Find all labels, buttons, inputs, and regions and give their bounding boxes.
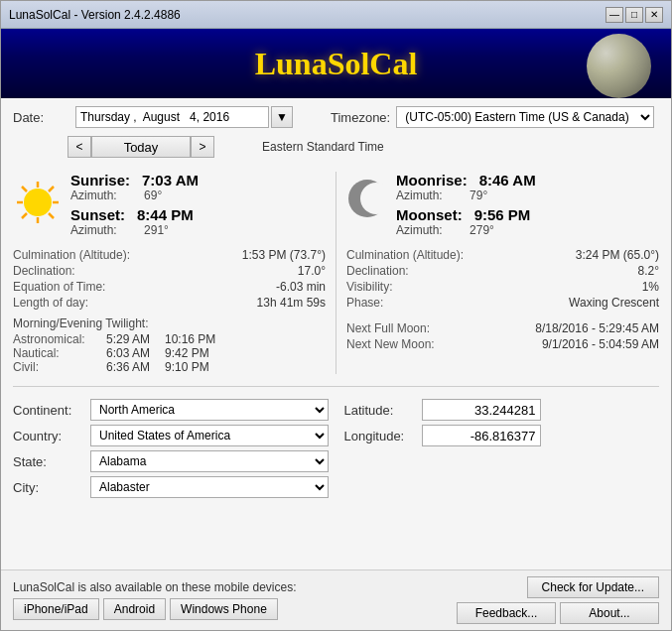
sunset-value: 8:44 PM bbox=[137, 206, 194, 223]
sunrise-azimuth-label: Azimuth: bbox=[70, 189, 117, 202]
date-field[interactable]: Thursday , August 4, 2016 bbox=[75, 106, 269, 128]
close-button[interactable]: ✕ bbox=[645, 7, 663, 23]
next-moons: Next Full Moon: 8/18/2016 - 5:29:45 AM N… bbox=[346, 320, 659, 352]
next-full-value: 8/18/2016 - 5:29:45 AM bbox=[535, 321, 659, 335]
window-title: LunaSolCal - Version 2.4.2.4886 bbox=[9, 8, 181, 22]
state-select[interactable]: Alabama bbox=[90, 450, 329, 472]
nautical-morning: 6:03 AM bbox=[106, 346, 161, 360]
date-display: Thursday , August 4, 2016 bbox=[80, 110, 229, 124]
moonset-azimuth-label: Azimuth: bbox=[396, 223, 443, 237]
culmination-sun-value: 1:53 PM (73.7°) bbox=[242, 248, 326, 262]
sunset-label: Sunset: bbox=[70, 206, 125, 223]
about-button[interactable]: About... bbox=[560, 602, 659, 624]
iphone-button[interactable]: iPhone/iPad bbox=[13, 598, 99, 620]
timezone-select[interactable]: (UTC-05:00) Eastern Time (US & Canada) bbox=[396, 106, 654, 128]
phase-label: Phase: bbox=[346, 296, 383, 310]
svg-line-6 bbox=[49, 213, 54, 218]
nautical-label: Nautical: bbox=[13, 346, 102, 360]
declination-moon-value: 8.2° bbox=[638, 264, 659, 278]
header-banner: LunaSolCal bbox=[1, 29, 671, 98]
next-full-label: Next Full Moon: bbox=[346, 321, 430, 335]
prev-date-button[interactable]: < bbox=[67, 136, 91, 158]
sun-panel: Sunrise: 7:03 AM Azimuth: 69° Sunset: 8:… bbox=[13, 172, 336, 374]
sun-details: Sunrise: 7:03 AM Azimuth: 69° Sunset: 8:… bbox=[70, 172, 326, 241]
footer: LunaSolCal is also available on these mo… bbox=[1, 569, 671, 630]
date-label: Date: bbox=[13, 110, 67, 125]
length-sun-value: 13h 41m 59s bbox=[257, 296, 326, 310]
title-bar: LunaSolCal - Version 2.4.2.4886 — □ ✕ bbox=[1, 1, 671, 29]
main-window: LunaSolCal - Version 2.4.2.4886 — □ ✕ Lu… bbox=[0, 0, 672, 631]
sunrise-value: 7:03 AM bbox=[142, 172, 199, 189]
moonset-value: 9:56 PM bbox=[474, 206, 531, 223]
civil-morning: 6:36 AM bbox=[106, 360, 161, 374]
declination-sun-label: Declination: bbox=[13, 264, 75, 278]
continent-select[interactable]: North America bbox=[90, 399, 329, 421]
moonset-label: Moonset: bbox=[396, 206, 463, 223]
next-date-button[interactable]: > bbox=[191, 136, 214, 158]
moonrise-value: 8:46 AM bbox=[479, 172, 536, 189]
astronomical-label: Astronomical: bbox=[13, 332, 102, 346]
latitude-input[interactable] bbox=[422, 399, 541, 421]
divider bbox=[13, 386, 659, 387]
country-label: Country: bbox=[13, 429, 82, 443]
check-update-button[interactable]: Check for Update... bbox=[527, 576, 659, 598]
sun-icon bbox=[13, 178, 63, 227]
country-select[interactable]: United States of America bbox=[90, 425, 329, 446]
astronomical-morning: 5:29 AM bbox=[106, 332, 161, 346]
windows-phone-button[interactable]: Windows Phone bbox=[170, 598, 278, 620]
longitude-label: Longitude: bbox=[344, 429, 414, 443]
moon-info-grid: Culmination (Altitude): 3:24 PM (65.0°) … bbox=[346, 247, 659, 311]
length-sun-label: Length of day: bbox=[13, 296, 88, 310]
continent-label: Continent: bbox=[13, 403, 82, 418]
sunrise-azimuth-value: 69° bbox=[144, 189, 162, 202]
feedback-button[interactable]: Feedback... bbox=[457, 602, 556, 624]
state-label: State: bbox=[13, 454, 82, 469]
moonrise-label: Moonrise: bbox=[396, 172, 468, 189]
app-title: LunaSolCal bbox=[255, 46, 418, 82]
sunset-azimuth-value: 291° bbox=[144, 223, 169, 237]
astronomical-evening: 10:16 PM bbox=[165, 332, 215, 346]
equation-sun-value: -6.03 min bbox=[276, 280, 326, 294]
mobile-section: LunaSolCal is also available on these mo… bbox=[13, 580, 297, 620]
equation-sun-label: Equation of Time: bbox=[13, 280, 105, 294]
window-controls: — □ ✕ bbox=[605, 7, 663, 23]
location-left: Continent: North America Country: United… bbox=[13, 399, 329, 502]
nautical-evening: 9:42 PM bbox=[165, 346, 209, 360]
civil-evening: 9:10 PM bbox=[165, 360, 209, 374]
civil-label: Civil: bbox=[13, 360, 102, 374]
visibility-value: 1% bbox=[642, 280, 659, 294]
main-content: Date: Thursday , August 4, 2016 ▼ Timezo… bbox=[1, 98, 671, 569]
today-button[interactable]: Today bbox=[91, 136, 191, 158]
next-new-value: 9/1/2016 - 5:04:59 AM bbox=[542, 337, 659, 351]
city-select[interactable]: Alabaster bbox=[90, 476, 329, 498]
minimize-button[interactable]: — bbox=[605, 7, 623, 23]
phase-value: Waxing Crescent bbox=[569, 296, 659, 310]
mobile-label: LunaSolCal is also available on these mo… bbox=[13, 580, 297, 594]
visibility-label: Visibility: bbox=[346, 280, 392, 294]
location-section: Continent: North America Country: United… bbox=[13, 399, 659, 502]
action-buttons: Check for Update... Feedback... About... bbox=[457, 576, 659, 624]
declination-sun-value: 17.0° bbox=[298, 264, 326, 278]
latitude-label: Latitude: bbox=[344, 403, 414, 418]
moonrise-azimuth-value: 79° bbox=[470, 189, 487, 202]
declination-moon-label: Declination: bbox=[346, 264, 409, 278]
moon-details: Moonrise: 8:46 AM Azimuth: 79° Moonset: … bbox=[396, 172, 659, 241]
next-new-label: Next New Moon: bbox=[346, 337, 435, 351]
timezone-standard: Eastern Standard Time bbox=[260, 140, 384, 154]
date-picker-button[interactable]: ▼ bbox=[271, 106, 293, 128]
data-panels: Sunrise: 7:03 AM Azimuth: 69° Sunset: 8:… bbox=[13, 172, 659, 374]
svg-line-5 bbox=[22, 187, 27, 191]
moon-decoration bbox=[587, 34, 651, 98]
maximize-button[interactable]: □ bbox=[625, 7, 643, 23]
twilight-title: Morning/Evening Twilight: bbox=[13, 316, 326, 330]
top-action-row: Check for Update... bbox=[527, 576, 659, 598]
culmination-sun-label: Culmination (Altitude): bbox=[13, 248, 130, 262]
longitude-input[interactable] bbox=[422, 425, 541, 446]
sunset-azimuth-label: Azimuth: bbox=[70, 223, 117, 237]
sunrise-label: Sunrise: bbox=[70, 172, 130, 189]
moon-phase-icon bbox=[346, 178, 388, 219]
svg-line-8 bbox=[22, 213, 27, 218]
sun-info-grid: Culmination (Altitude): 1:53 PM (73.7°) … bbox=[13, 247, 326, 311]
mobile-buttons: iPhone/iPad Android Windows Phone bbox=[13, 598, 297, 620]
android-button[interactable]: Android bbox=[103, 598, 166, 620]
